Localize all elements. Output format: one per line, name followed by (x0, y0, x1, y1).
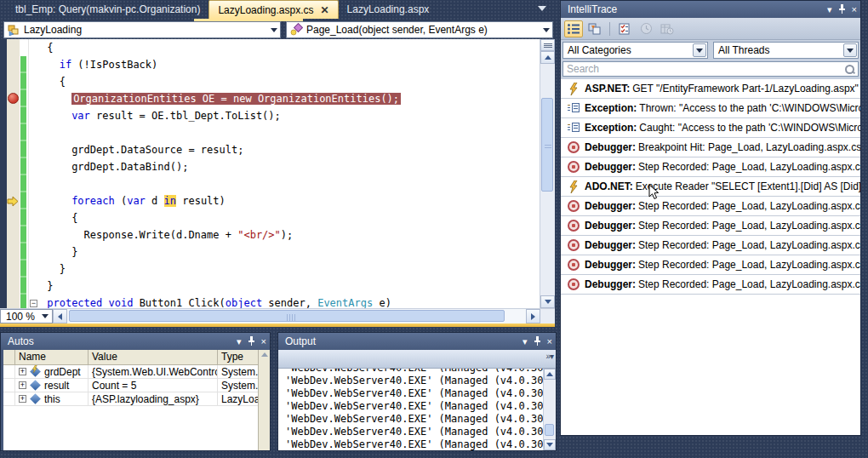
autos-row[interactable]: +resultCount = 5System.C (3, 379, 258, 392)
scroll-right-button[interactable] (526, 309, 540, 323)
intellitrace-event-row[interactable]: ASP.NET: GET "/EntityFramework Part-1/La… (561, 79, 860, 99)
members-dropdown[interactable]: Page_Load(object sender, EventArgs e) (286, 21, 553, 38)
code-line[interactable] (38, 175, 540, 192)
threads-dropdown-arrow-icon[interactable] (843, 43, 857, 57)
output-scroll-up[interactable] (544, 369, 556, 380)
code-line[interactable]: protected void Button1_Click(object send… (38, 295, 540, 308)
output-title-bar[interactable]: Output ▾ × (278, 333, 556, 350)
autos-close-icon[interactable]: × (261, 337, 266, 346)
output-scroll-down[interactable] (544, 439, 556, 450)
scroll-down-button[interactable] (540, 295, 555, 308)
output-scrollbar[interactable] (543, 369, 556, 450)
code-line[interactable]: } (38, 243, 540, 260)
editor-bottom-splitter[interactable] (0, 323, 555, 327)
search-input[interactable] (567, 63, 845, 75)
code-line[interactable]: } (38, 278, 540, 295)
intellitrace-menu-icon[interactable]: ▾ (827, 5, 832, 14)
intellitrace-event-row[interactable]: Debugger: Step Recorded: Page_Load, Lazy… (561, 216, 860, 236)
editor-split-handle[interactable] (540, 39, 555, 51)
intellitrace-event-row[interactable]: ADO.NET: Execute Reader "SELECT [Extent1… (561, 177, 860, 197)
code-line[interactable]: grdDept.DataBind(); (38, 158, 540, 175)
categories-filter-value: All Categories (568, 44, 631, 56)
intellitrace-event-row[interactable]: Debugger: Step Recorded: Page_Load, Lazy… (561, 197, 860, 216)
scroll-left-button[interactable] (53, 309, 67, 323)
intellitrace-event-row[interactable]: Debugger: Step Recorded: Page_Load, Lazy… (561, 157, 860, 177)
code-editor[interactable]: − { if (!IsPostBack) { OrganizationEntit… (0, 39, 555, 308)
method-icon (289, 23, 303, 37)
categories-dropdown-arrow-icon[interactable] (693, 43, 706, 57)
breakpoint-margin[interactable] (7, 39, 20, 308)
autos-col-type[interactable]: Type (218, 350, 258, 364)
editor-hscroll-track[interactable] (67, 309, 526, 323)
autos-row[interactable]: +this{ASP.lazyloading_aspx}LazyLoad (3, 392, 258, 406)
autos-title-bar[interactable]: Autos ▾ × (1, 333, 270, 350)
filter-settings-icon[interactable] (615, 20, 634, 37)
document-tab[interactable]: tbl_Emp: Query(makvin-pc.Organization) (7, 0, 208, 19)
expand-icon[interactable]: + (19, 395, 26, 403)
output-pin-icon[interactable] (534, 336, 541, 347)
threads-filter-dropdown[interactable]: All Threads (713, 42, 859, 59)
intellitrace-event-row[interactable]: Debugger: Breakpoint Hit: Page_Load, Laz… (561, 138, 860, 157)
intellitrace-event-row[interactable]: Debugger: Step Recorded: Page_Load, Lazy… (561, 275, 860, 295)
events-view-icon[interactable] (564, 20, 583, 37)
intellitrace-pin-icon[interactable] (838, 4, 846, 15)
tab-close-icon[interactable]: ✕ (321, 4, 329, 16)
intellitrace-filters: All Categories All Threads (561, 40, 860, 60)
scroll-up-button[interactable] (540, 51, 555, 64)
code-line[interactable]: { (38, 209, 540, 226)
output-close-icon[interactable]: × (547, 337, 552, 346)
code-line[interactable]: } (38, 260, 540, 278)
code-line[interactable]: foreach (var d in result) (38, 192, 540, 209)
code-line[interactable]: var result = OE.tbl_Dept.ToList(); (38, 107, 540, 124)
toolbar-overflow-icon[interactable]: »▾ (545, 352, 553, 361)
output-toolbar: »▾ (278, 350, 556, 369)
code-lines[interactable]: { if (!IsPostBack) { OrganizationEntitie… (38, 39, 540, 308)
threads-filter-value: All Threads (718, 44, 769, 56)
document-tab[interactable]: LazyLoading.aspx (339, 0, 438, 19)
expand-icon[interactable]: + (19, 381, 26, 389)
document-list-dropdown-icon[interactable] (538, 6, 546, 11)
intellitrace-event-row[interactable]: Debugger: Step Recorded: Page_Load, Lazy… (561, 236, 860, 255)
types-dropdown-arrow-icon[interactable] (267, 22, 280, 37)
editor-vscroll-thumb[interactable] (541, 98, 553, 192)
editor-vertical-scrollbar[interactable] (540, 39, 555, 308)
code-line[interactable]: OrganizationEntities OE = new Organizati… (38, 90, 540, 107)
types-dropdown[interactable]: LazyLoading (3, 21, 281, 38)
intellitrace-event-row[interactable]: Exception: Thrown: "Access to the path '… (561, 99, 860, 118)
code-line[interactable]: Response.Write(d.Dname + "<br/>"); (38, 226, 540, 243)
expand-icon[interactable]: + (19, 368, 26, 375)
collapse-region-icon[interactable]: − (30, 300, 37, 307)
intellitrace-event-row[interactable]: Exception: Caught: "Access to the path '… (561, 118, 860, 138)
categories-filter-dropdown[interactable]: All Categories (562, 42, 708, 59)
code-line[interactable]: grdDept.DataSource = result; (38, 141, 540, 158)
outline-margin[interactable]: − (28, 39, 38, 308)
timeline-icon[interactable] (637, 20, 655, 37)
autos-col-name[interactable]: Name (15, 350, 89, 364)
intellitrace-event-row[interactable]: Debugger: Step Recorded: Page_Load, Lazy… (561, 255, 860, 275)
autos-scrollbar[interactable] (258, 350, 270, 450)
autos-menu-icon[interactable]: ▾ (237, 337, 242, 346)
intellitrace-close-icon[interactable]: × (852, 5, 857, 14)
output-menu-icon[interactable]: ▾ (523, 337, 528, 346)
adonet-event-icon (566, 180, 581, 193)
code-line[interactable]: { (38, 39, 540, 56)
code-line[interactable]: { (38, 73, 540, 90)
breakpoint-icon[interactable] (8, 93, 19, 104)
calls-view-icon[interactable] (585, 20, 604, 37)
editor-hscroll-thumb[interactable] (69, 310, 505, 322)
intellitrace-title-bar[interactable]: IntelliTrace ▾ × (561, 1, 860, 18)
exception-event-icon (566, 103, 581, 113)
members-dropdown-arrow-icon[interactable] (540, 22, 552, 37)
editor-vscroll-track[interactable] (540, 64, 555, 295)
autos-col-value[interactable]: Value (89, 350, 218, 364)
document-tab[interactable]: LazyLoading.aspx.cs✕ (208, 0, 338, 19)
search-box[interactable] (562, 61, 859, 77)
history-table-icon[interactable] (658, 20, 677, 37)
output-log[interactable]: 'WebDev.WebServer40.EXE' (Managed (v4.0.… (278, 369, 543, 450)
code-line[interactable]: if (!IsPostBack) (38, 56, 540, 73)
output-scroll-thumb[interactable] (545, 424, 554, 436)
autos-pin-icon[interactable] (248, 336, 255, 347)
code-line[interactable] (38, 124, 540, 141)
editor-zoom-dropdown[interactable]: 100 % (0, 309, 53, 323)
autos-row[interactable]: +grdDept{System.Web.UI.WebControlsSystem… (3, 365, 258, 379)
